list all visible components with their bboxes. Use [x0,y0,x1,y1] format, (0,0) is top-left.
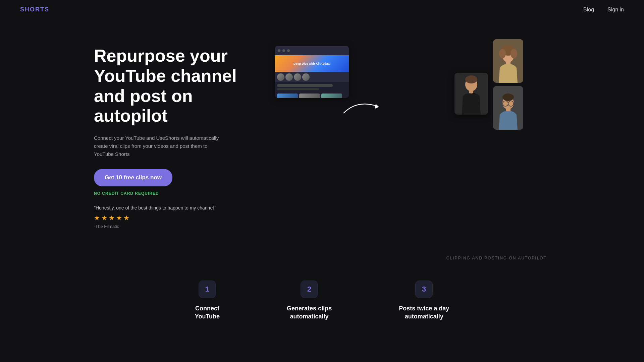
portrait-bottom [493,86,523,130]
hero-section: Repurpose your YouTube channel and post … [0,19,644,249]
step-2-number: 2 [301,281,318,298]
svg-marker-0 [375,104,379,109]
svg-point-4 [465,75,477,83]
hero-subtitle: Connect your YouTube and UseShorts will … [94,134,228,158]
clipping-label: CLIPPING AND POSTING ON AUTOPILOT [0,249,644,260]
yt-header-bar [275,46,349,55]
yt-sub-bar [277,88,319,90]
step-1-number: 1 [199,281,216,298]
blog-link[interactable]: Blog [583,7,594,13]
done-section: 100% DONE FOR YOU Grow your audience wit… [0,361,644,362]
step-3-number: 3 [415,281,433,298]
arrow-icon [340,93,384,120]
testimonial-quote: "Honestly, one of the best things to hap… [94,205,255,210]
svg-point-17 [502,94,514,101]
yt-content [275,82,349,92]
navbar: SHORTS Blog Sign in [0,0,644,19]
yt-banner-text: Deep Dive with Ali Abdaal [293,62,330,65]
step-1-label: Connect YouTube [195,305,220,320]
yt-dot-1 [278,49,280,52]
yt-thumb-1 [277,94,298,98]
cta-button[interactable]: Get 10 free clips now [94,169,172,186]
step-3-label: Posts twice a day automatically [399,305,449,320]
hero-images: Deep Dive with Ali Abdaal [275,39,550,146]
svg-point-8 [499,49,506,58]
star-5: ★ [123,214,129,222]
yt-title-bar [277,84,333,87]
step-2-label: Generates clips automatically [287,305,332,320]
yt-dot-2 [282,49,285,52]
yt-dot-3 [287,49,290,52]
youtube-screenshot: Deep Dive with Ali Abdaal [275,46,349,98]
signin-link[interactable]: Sign in [607,7,624,13]
steps-grid: 1 Connect YouTube 2 Generates clips auto… [94,281,550,320]
svg-rect-3 [469,90,473,94]
yt-face-2 [285,73,293,81]
yt-thumbs [275,92,349,98]
yt-thumb-2 [299,94,320,98]
hero-content: Repurpose your YouTube channel and post … [94,39,255,229]
step-1: 1 Connect YouTube [195,281,220,320]
portrait-center [454,73,488,115]
star-rating: ★ ★ ★ ★ ★ [94,214,255,222]
yt-banner: Deep Dive with Ali Abdaal [275,55,349,72]
step-3: 3 Posts twice a day automatically [399,281,449,320]
yt-thumb-3 [321,94,342,98]
hero-image-group: Deep Dive with Ali Abdaal [275,39,550,146]
svg-point-9 [511,49,517,58]
star-2: ★ [101,214,107,222]
nav-links: Blog Sign in [583,7,624,13]
step-2: 2 Generates clips automatically [287,281,332,320]
hero-title: Repurpose your YouTube channel and post … [94,46,255,126]
no-credit-label: NO CREDIT CARD REQUIRED [94,191,255,196]
star-3: ★ [109,214,115,222]
yt-face-4 [302,73,310,81]
yt-face-strip [275,72,349,82]
portrait-group-right [493,39,523,130]
yt-face-1 [277,73,284,81]
star-1: ★ [94,214,100,222]
yt-face-3 [294,73,301,81]
logo[interactable]: SHORTS [20,6,49,13]
portrait-top [493,39,523,83]
testimonial-author: -The Filmatic [94,224,255,229]
steps-section: 1 Connect YouTube 2 Generates clips auto… [0,260,644,361]
star-4: ★ [116,214,122,222]
